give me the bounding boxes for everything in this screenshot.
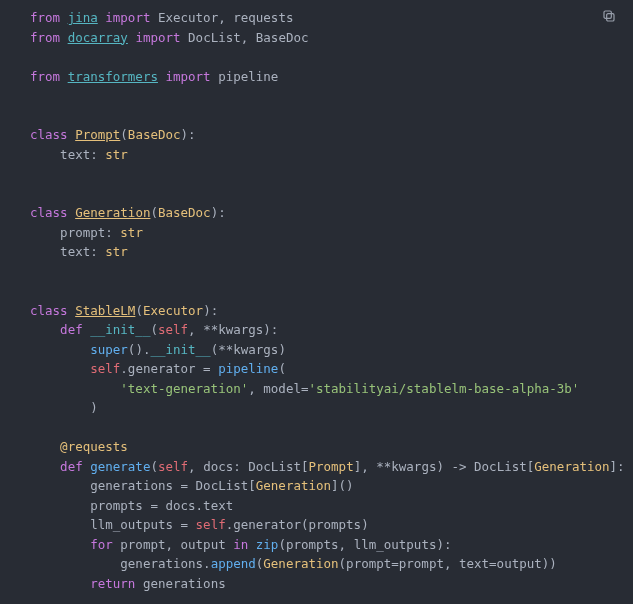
fn-init: __init__ [90,322,150,337]
code-block: from jina import Executor, requests from… [0,0,633,604]
svg-rect-0 [607,14,614,21]
copy-icon [601,12,617,27]
mod-transformers: transformers [68,69,158,84]
decorator-requests: @requests [60,439,128,454]
kw-from: from [30,10,60,25]
copy-button[interactable] [601,8,621,28]
fn-generate: generate [90,459,150,474]
class-prompt: Prompt [75,127,120,142]
class-generation: Generation [75,205,150,220]
mod-jina: jina [68,10,98,25]
class-stablelm: StableLM [75,303,135,318]
svg-rect-1 [604,11,611,18]
mod-docarray: docarray [68,30,128,45]
code-content: from jina import Executor, requests from… [30,8,615,593]
